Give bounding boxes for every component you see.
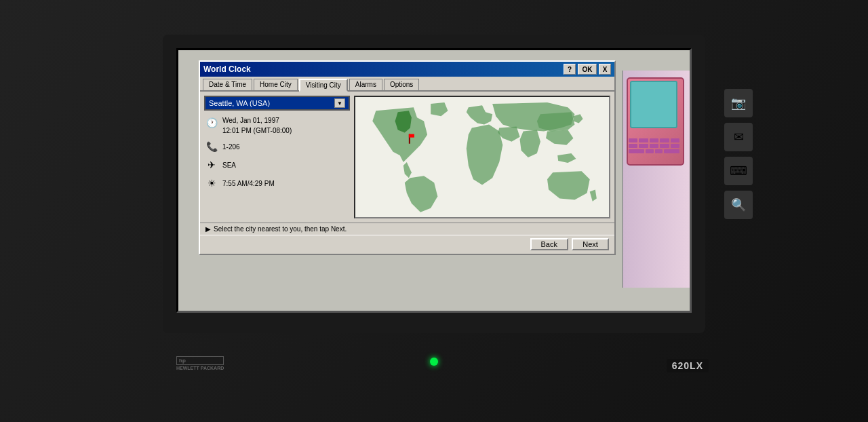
tab-alarms[interactable]: Alarms	[349, 79, 382, 90]
help-button[interactable]: ?	[564, 64, 576, 75]
airport-row: ✈ SEA	[204, 157, 350, 172]
sun-row: ☀ 7:55 AM/4:29 PM	[204, 176, 350, 191]
icon-camera: 📷	[724, 89, 753, 117]
device-preview	[622, 71, 690, 288]
screen-bezel: World Clock ? OK X Date & Time	[163, 35, 705, 333]
map-container	[354, 96, 610, 218]
back-button[interactable]: Back	[530, 238, 568, 250]
next-button[interactable]: Next	[572, 238, 609, 250]
title-bar: World Clock ? OK X	[200, 62, 614, 77]
world-clock-window: World Clock ? OK X Date & Time	[199, 60, 616, 255]
close-button[interactable]: X	[599, 64, 611, 75]
icon-mail: ✉	[724, 123, 753, 151]
clock-icon: 🕐	[204, 115, 219, 130]
tab-visitingcity[interactable]: Visiting City	[299, 79, 348, 92]
tab-options[interactable]: Options	[384, 79, 419, 90]
airplane-icon: ✈	[204, 157, 219, 172]
tab-homecity[interactable]: Home City	[254, 79, 298, 90]
ok-button[interactable]: OK	[578, 64, 597, 75]
sun-icon: ☀	[204, 176, 219, 191]
power-led	[430, 358, 438, 366]
city-dropdown[interactable]: Seattle, WA (USA) ▼	[204, 96, 350, 111]
screen: World Clock ? OK X Date & Time	[176, 48, 692, 313]
phone-info: 1-206	[222, 143, 240, 151]
dropdown-arrow-icon: ▼	[334, 98, 345, 108]
status-bar: ▶ Select the city nearest to you, then t…	[200, 223, 614, 235]
icon-search: 🔍	[724, 191, 753, 219]
sun-times: 7:55 AM/4:29 PM	[222, 180, 275, 187]
icon-keyboard: ⌨	[724, 157, 753, 185]
left-panel: Seattle, WA (USA) ▼ 🕐 Wed, Jan 01, 1997 …	[204, 96, 350, 218]
window-title: World Clock	[203, 64, 251, 74]
tab-datetime[interactable]: Date & Time	[203, 79, 252, 90]
time-row: 🕐 Wed, Jan 01, 1997 12:01 PM (GMT-08:00)	[204, 115, 350, 136]
phone-row: 📞 1-206	[204, 139, 350, 154]
side-icons-panel: 📷 ✉ ⌨ 🔍	[724, 89, 753, 219]
hp-logo: hp HEWLETT PACKARD	[176, 356, 224, 370]
bottom-buttons: Back Next	[200, 235, 614, 254]
time-info: Wed, Jan 01, 1997 12:01 PM (GMT-08:00)	[222, 115, 292, 136]
device-screen	[630, 81, 677, 128]
airport-code: SEA	[222, 161, 236, 169]
laptop-body: World Clock ? OK X Date & Time	[108, 35, 760, 387]
svg-rect-2	[409, 134, 414, 138]
tab-bar: Date & Time Home City Visiting City Alar…	[200, 77, 614, 92]
page-root: World Clock ? OK X Date & Time	[0, 0, 868, 422]
status-arrow-icon: ▶	[205, 225, 211, 233]
status-text: Select the city nearest to you, then tap…	[214, 225, 347, 233]
device-keyboard	[629, 138, 679, 153]
phone-icon: 📞	[204, 139, 219, 154]
title-bar-buttons: ? OK X	[564, 64, 611, 75]
main-content: Seattle, WA (USA) ▼ 🕐 Wed, Jan 01, 1997 …	[200, 92, 614, 223]
world-map-svg	[355, 97, 609, 217]
model-badge: 620LX	[667, 359, 709, 372]
